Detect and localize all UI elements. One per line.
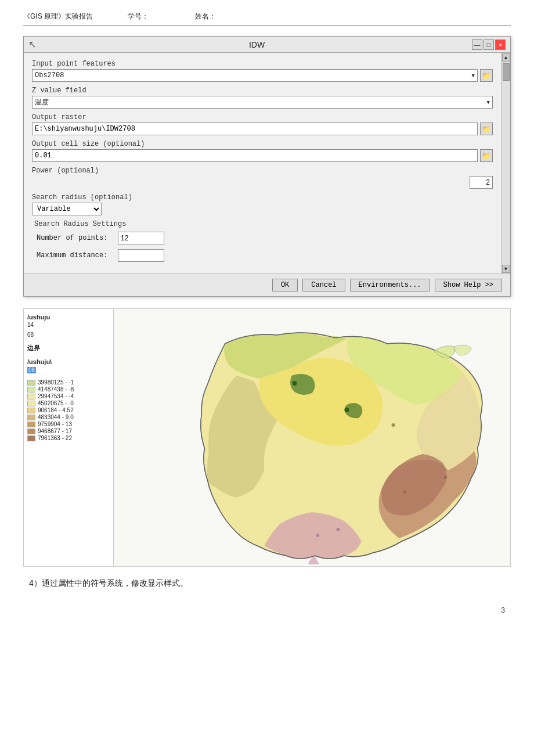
output-raster-row: Output raster — [32, 113, 493, 135]
search-radius-select[interactable]: Variable Fixed — [32, 203, 102, 215]
search-radius-settings-title: Search Radius Settings — [32, 220, 493, 228]
legend-main-section: /ushuju 14 08 — [27, 314, 110, 338]
legend-highlight-value: 08 — [27, 367, 36, 373]
name-label: 姓名： — [195, 12, 216, 21]
maximum-distance-input[interactable] — [118, 249, 164, 262]
output-raster-browse-button[interactable] — [480, 123, 493, 135]
input-point-features-input[interactable]: Obs2708 — [32, 69, 478, 82]
z-value-input[interactable]: 温度 — [32, 96, 493, 109]
svg-point-7 — [444, 476, 448, 479]
z-value-field-row: Z value field 温度 — [32, 87, 493, 109]
svg-point-3 — [392, 423, 395, 427]
scroll-up-button[interactable]: ▲ — [502, 53, 510, 62]
dialog-footer: OK Cancel Environments... Show Help >> — [24, 273, 510, 296]
show-help-button[interactable]: Show Help >> — [435, 279, 502, 291]
z-value-input-row: 温度 — [32, 96, 493, 109]
legend-item: 41487438 - -8 — [27, 386, 110, 393]
dialog-titlebar: ↖ IDW — □ × — [24, 37, 510, 53]
input-point-features-label: Input point features — [32, 60, 493, 68]
dropdown-arrow-icon — [472, 71, 475, 80]
svg-point-2 — [345, 408, 349, 412]
input-point-browse-button[interactable] — [480, 69, 493, 82]
output-cell-size-input-row — [32, 149, 493, 162]
input-point-features-row: Input point features Obs2708 — [32, 60, 493, 82]
svg-point-1 — [293, 381, 297, 386]
ok-button[interactable]: OK — [272, 279, 298, 291]
search-radius-label: Search radius (optional) — [32, 193, 493, 201]
legend-item: 9468677 - 17 — [27, 428, 110, 434]
cancel-button[interactable]: Cancel — [302, 279, 345, 291]
close-button[interactable]: × — [495, 39, 506, 50]
page-number: 3 — [23, 606, 511, 614]
window-buttons: — □ × — [472, 39, 506, 50]
power-label: Power (optional) — [32, 167, 493, 175]
svg-point-4 — [403, 490, 407, 494]
step-text: 4）通过属性中的符号系统，修改显示样式。 — [23, 578, 511, 589]
number-of-points-row: Number of points: — [37, 232, 493, 244]
search-radius-row: Search radius (optional) Variable Fixed — [32, 193, 493, 215]
map-svg — [114, 309, 510, 564]
output-raster-input-row — [32, 123, 493, 135]
output-raster-folder-icon — [482, 125, 491, 134]
legend-boundary-label: 边界 — [27, 344, 110, 352]
svg-point-6 — [316, 534, 320, 537]
number-of-points-input[interactable] — [118, 232, 164, 244]
dialog-body: Input point features Obs2708 Z value fie… — [24, 53, 510, 273]
dialog-scrollbar[interactable]: ▲ ▼ — [501, 53, 510, 273]
search-radius-settings: Number of points: Maximum distance: — [32, 232, 493, 262]
map-section: /ushuju 14 08 边界 /ushuju\ 08 39980125 - … — [23, 308, 511, 567]
dialog-content: Input point features Obs2708 Z value fie… — [24, 53, 501, 273]
idw-dialog: ↖ IDW — □ × Input point features Obs2708 — [23, 36, 511, 297]
scroll-thumb[interactable] — [503, 63, 510, 81]
output-cell-size-input[interactable] — [32, 149, 478, 162]
maximum-distance-label: Maximum distance: — [37, 251, 112, 260]
output-cell-browse-button[interactable] — [480, 149, 493, 162]
output-cell-size-label: Output cell size (optional) — [32, 140, 493, 148]
search-radius-select-row: Variable Fixed — [32, 203, 493, 215]
legend-item: 4833044 - 9.0 — [27, 414, 110, 420]
input-point-features-input-row: Obs2708 — [32, 69, 493, 82]
dialog-title: IDW — [42, 40, 472, 49]
legend-sub-value2: 08 — [27, 332, 110, 338]
legend-panel: /ushuju 14 08 边界 /ushuju\ 08 39980125 - … — [24, 309, 114, 566]
legend-item: 29947534 - -4 — [27, 393, 110, 399]
output-raster-label: Output raster — [32, 113, 493, 121]
z-value-field-label: Z value field — [32, 87, 493, 95]
environments-button[interactable]: Environments... — [350, 279, 430, 291]
power-row: Power (optional) — [32, 167, 493, 189]
back-button[interactable]: ↖ — [28, 39, 36, 50]
page-header: 《GIS 原理》实验报告 学号： 姓名： — [23, 12, 511, 26]
z-value-dropdown-arrow-icon — [487, 98, 490, 106]
legend-second-section: /ushuju\ 08 — [27, 358, 110, 373]
legend-item: 9759904 - 13 — [27, 421, 110, 427]
legend-main-title: /ushuju — [27, 314, 110, 321]
folder-icon — [482, 71, 491, 80]
output-cell-size-row: Output cell size (optional) — [32, 140, 493, 162]
legend-boundary-section: 边界 — [27, 344, 110, 352]
legend-second-title: /ushuju\ — [27, 358, 110, 365]
legend-item: 906184 - 4.52 — [27, 407, 110, 413]
legend-color-section: 39980125 - -141487438 - -829947534 - -44… — [27, 379, 110, 441]
legend-item: 7961363 - 22 — [27, 435, 110, 441]
cell-folder-icon — [482, 152, 491, 160]
maximize-button[interactable]: □ — [484, 39, 494, 50]
legend-item: 45020675 - .0 — [27, 400, 110, 406]
student-id-label: 学号： — [128, 12, 149, 21]
legend-sub-value1: 14 — [27, 322, 110, 328]
report-title: 《GIS 原理》实验报告 — [23, 12, 93, 21]
power-input-row — [32, 176, 493, 189]
legend-item: 39980125 - -1 — [27, 379, 110, 386]
svg-point-5 — [337, 528, 340, 531]
number-of-points-label: Number of points: — [37, 234, 112, 242]
scroll-down-button[interactable]: ▼ — [502, 265, 510, 273]
maximum-distance-row: Maximum distance: — [37, 249, 493, 262]
output-raster-input[interactable] — [32, 123, 478, 135]
minimize-button[interactable]: — — [472, 39, 482, 50]
map-canvas — [114, 309, 510, 566]
power-input[interactable] — [470, 176, 493, 189]
